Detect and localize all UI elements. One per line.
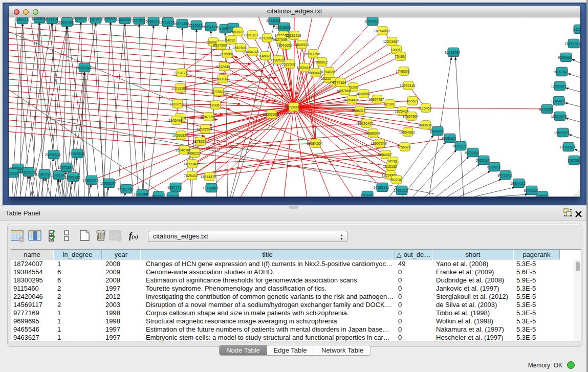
svg-text:8813054: 8813054 — [266, 19, 280, 23]
svg-text:18384574: 18384574 — [202, 25, 217, 29]
svg-text:204516: 204516 — [166, 195, 178, 197]
svg-text:1588520: 1588520 — [270, 58, 284, 62]
svg-text:17957275: 17957275 — [82, 179, 98, 182]
svg-text:9146821: 9146821 — [257, 54, 271, 58]
svg-text:8267150: 8267150 — [201, 115, 214, 119]
svg-text:20053346: 20053346 — [75, 66, 91, 70]
svg-text:12923446: 12923446 — [133, 192, 149, 196]
svg-text:1527602: 1527602 — [131, 18, 145, 22]
svg-text:8215955: 8215955 — [539, 107, 553, 111]
svg-text:7663822: 7663822 — [230, 30, 244, 34]
svg-text:1244419: 1244419 — [551, 99, 564, 103]
svg-text:1733426: 1733426 — [394, 189, 407, 192]
svg-text:12213389: 12213389 — [171, 86, 187, 90]
svg-text:19040817: 19040817 — [101, 17, 117, 20]
svg-text:10807487: 10807487 — [368, 98, 384, 101]
svg-text:8471676: 8471676 — [497, 173, 511, 177]
svg-text:1527045: 1527045 — [88, 17, 101, 21]
svg-text:12213967: 12213967 — [383, 40, 399, 43]
svg-text:9115460: 9115460 — [418, 106, 432, 110]
svg-text:1145194: 1145194 — [51, 173, 65, 177]
svg-text:6479197: 6479197 — [452, 144, 466, 148]
svg-text:16648784: 16648784 — [444, 51, 460, 54]
svg-text:15720407: 15720407 — [357, 122, 373, 125]
svg-text:14957904: 14957904 — [402, 115, 418, 118]
svg-text:8878334: 8878334 — [192, 140, 206, 143]
svg-text:3322037: 3322037 — [281, 62, 295, 66]
svg-text:18907249: 18907249 — [371, 142, 386, 145]
svg-text:17359928: 17359928 — [68, 152, 84, 156]
svg-text:1615132: 1615132 — [383, 165, 397, 168]
svg-text:7515521: 7515521 — [188, 24, 202, 27]
svg-text:7625402: 7625402 — [184, 174, 198, 178]
svg-text:10958107: 10958107 — [100, 182, 116, 185]
svg-text:8660123: 8660123 — [244, 33, 258, 37]
svg-text:16543362: 16543362 — [276, 43, 292, 47]
svg-text:1810753: 1810753 — [169, 102, 183, 106]
svg-text:10719155: 10719155 — [159, 20, 175, 24]
svg-text:116753: 116753 — [568, 159, 579, 162]
svg-text:20206536: 20206536 — [45, 153, 60, 157]
svg-text:4055721: 4055721 — [14, 18, 28, 21]
svg-text:2386372: 2386372 — [352, 109, 365, 113]
svg-text:9474444: 9474444 — [465, 151, 478, 155]
svg-text:10688609: 10688609 — [364, 132, 380, 135]
svg-text:9329966: 9329966 — [558, 56, 572, 59]
svg-text:3915431: 3915431 — [9, 171, 19, 175]
svg-text:8454749: 8454749 — [245, 50, 258, 54]
svg-text:19166829: 19166829 — [172, 134, 188, 137]
svg-text:3624554: 3624554 — [356, 92, 369, 96]
svg-text:9699695: 9699695 — [418, 123, 431, 127]
svg-text:10653267: 10653267 — [116, 18, 132, 21]
svg-text:6056431: 6056431 — [73, 17, 86, 20]
svg-text:1905498: 1905498 — [168, 119, 182, 122]
svg-text:2087682: 2087682 — [364, 19, 378, 23]
svg-text:3675685: 3675685 — [219, 52, 233, 56]
svg-text:11123: 11123 — [574, 28, 580, 31]
svg-text:1362615: 1362615 — [296, 66, 310, 70]
svg-text:19692971: 19692971 — [554, 131, 570, 135]
svg-text:12505135: 12505135 — [64, 176, 80, 179]
svg-text:7955812: 7955812 — [314, 60, 328, 64]
svg-text:15751074: 15751074 — [564, 42, 580, 46]
svg-text:16154808: 16154808 — [374, 29, 389, 33]
svg-text:1440954: 1440954 — [429, 129, 443, 133]
svg-text:19384554: 19384554 — [307, 142, 322, 145]
svg-text:2935114: 2935114 — [476, 159, 490, 162]
svg-text:12325419: 12325419 — [285, 34, 301, 37]
svg-text:2867608: 2867608 — [232, 46, 246, 50]
svg-text:13716485: 13716485 — [202, 186, 218, 190]
svg-text:170165: 170165 — [360, 194, 372, 197]
svg-text:13535594: 13535594 — [196, 127, 212, 131]
svg-text:10975887: 10975887 — [57, 166, 73, 169]
svg-text:17016504: 17016504 — [559, 145, 575, 149]
svg-text:9777169: 9777169 — [332, 81, 346, 84]
svg-text:12942737: 12942737 — [35, 172, 51, 176]
svg-text:6497568: 6497568 — [337, 89, 351, 93]
svg-text:3498222: 3498222 — [187, 151, 201, 155]
svg-text:2718176: 2718176 — [173, 71, 187, 75]
svg-text:8834116: 8834116 — [45, 17, 58, 21]
svg-text:12093872: 12093872 — [551, 84, 567, 88]
svg-text:20364436: 20364436 — [343, 98, 359, 102]
svg-text:18724007: 18724007 — [285, 105, 300, 109]
svg-text:7632621: 7632621 — [486, 165, 500, 169]
svg-text:992450: 992450 — [151, 194, 163, 197]
svg-text:17006: 17006 — [209, 103, 220, 107]
svg-text:73493: 73493 — [395, 55, 405, 58]
svg-text:14914479: 14914479 — [200, 175, 216, 179]
svg-text:9227342: 9227342 — [554, 70, 568, 74]
svg-text:8912954: 8912954 — [259, 36, 273, 40]
svg-text:8938923: 8938923 — [442, 137, 455, 140]
svg-text:14136141: 14136141 — [373, 186, 389, 189]
svg-text:1748506: 1748506 — [396, 70, 409, 73]
svg-text:54632: 54632 — [225, 38, 235, 42]
svg-text:1905301: 1905301 — [31, 17, 45, 20]
svg-text:10921: 10921 — [390, 48, 401, 52]
svg-text:9527508: 9527508 — [213, 43, 227, 47]
svg-text:6466161: 6466161 — [145, 19, 159, 23]
svg-text:9245652: 9245652 — [524, 189, 537, 192]
svg-text:924565: 924565 — [535, 194, 547, 197]
svg-text:9242845: 9242845 — [216, 65, 230, 69]
svg-text:427552: 427552 — [211, 90, 223, 94]
